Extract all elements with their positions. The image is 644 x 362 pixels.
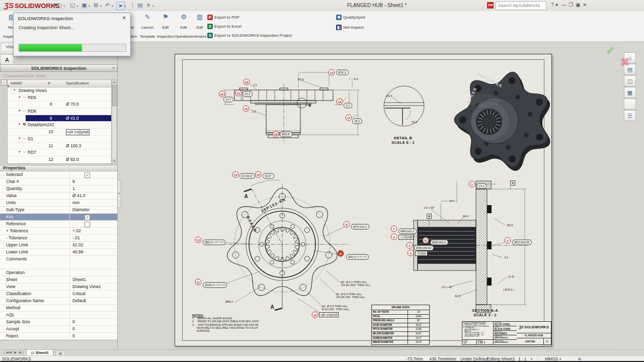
drawing-annotation[interactable]: Ø60.0±0.2	[398, 229, 417, 234]
toolbar-icon[interactable]: ⊞	[92, 2, 100, 9]
tree-scrollbar[interactable]: ▲ ▼	[112, 79, 117, 164]
property-row[interactable]: Sheet Sheet1	[0, 277, 117, 284]
window-control-button[interactable]: ❐	[569, 2, 573, 8]
drawing-annotation[interactable]: Ø41.0+0.02 -0.01	[346, 254, 369, 260]
drawing-annotation[interactable]: 21	[235, 90, 242, 97]
drawing-annotation[interactable]: 5	[423, 237, 429, 244]
drawing-annotation[interactable]: DETAIL B	[394, 136, 412, 140]
scale-caret-icon[interactable]: ▴	[531, 356, 532, 360]
tree-row[interactable]: 8 Ø 70.0	[8, 101, 111, 108]
property-row[interactable]: Accept 0	[0, 326, 117, 333]
drawing-annotation[interactable]: 30.0°	[263, 173, 274, 179]
drawing-annotation[interactable]: 22	[244, 79, 250, 85]
drawing-annotation[interactable]: 19	[243, 106, 250, 112]
drawing-annotation[interactable]: 2.0 x 60°	[424, 206, 435, 209]
tree-row[interactable]: 10 ⌖|Ø.10Ⓜ|A|B	[8, 129, 111, 136]
tree-row[interactable]: ▾ ↔ RD7	[8, 149, 111, 156]
drawing-annotation[interactable]: 75.0°	[412, 121, 418, 124]
drawing-annotation[interactable]: 2.3	[354, 77, 358, 80]
drawing-annotation[interactable]: 26P103-KK	[260, 197, 287, 213]
drawing-annotation[interactable]: 13.2	[476, 184, 487, 189]
expand-caret-icon[interactable]: ▾	[19, 150, 21, 154]
drawing-annotation[interactable]: 11	[195, 279, 202, 286]
sheet-nav-icon[interactable]: ▶	[14, 350, 17, 354]
drawing-annotation[interactable]: 6X Ø 3.5 THRU ALL 8-32 UNC THRU ALL	[322, 305, 349, 311]
drawing-annotation[interactable]: Ø32.8	[280, 132, 292, 137]
drawing-annotation[interactable]: 15	[329, 69, 335, 76]
drawing-annotation[interactable]: (2.3)	[508, 275, 514, 278]
property-checkbox[interactable]	[85, 222, 90, 227]
drawing-annotation[interactable]: A	[510, 180, 515, 186]
drawing-annotation[interactable]: 1.3	[253, 83, 257, 86]
drawing-annotation[interactable]: SECTION A-A	[472, 308, 498, 313]
tree-row[interactable]: ▾ ↔ RD5	[8, 95, 111, 102]
drawing-annotation[interactable]: 6	[391, 234, 397, 240]
drawing-annotation[interactable]: A	[244, 194, 248, 199]
drawing-annotation[interactable]: Ø82.0+0.02 -0.01	[203, 240, 225, 245]
property-checkbox[interactable]: ✓	[85, 215, 90, 220]
drawing-annotation[interactable]: R0.5	[298, 78, 304, 81]
property-row[interactable]: Selected ✓	[0, 171, 117, 178]
property-row[interactable]: Key ✓	[0, 214, 117, 221]
expand-caret-icon[interactable]: ▾	[19, 95, 21, 99]
window-control-button[interactable]: —	[561, 2, 567, 8]
drawing-annotation[interactable]: SCALE 3 : 2	[473, 313, 497, 317]
drawing-annotation[interactable]: Ø70.0±0.2	[351, 224, 369, 230]
dialog-close-icon[interactable]: ✕	[122, 15, 126, 21]
export-button[interactable]: S Export to SOLIDWORKS Inspection Projec…	[207, 31, 292, 39]
drawing-annotation[interactable]: 16	[337, 99, 343, 105]
expand-caret-icon[interactable]: ▾	[19, 122, 21, 126]
property-row[interactable]: Reference	[0, 221, 117, 228]
drawing-annotation[interactable]: Ø10.2	[336, 70, 349, 75]
toolbar-icon[interactable]: ⁞	[129, 2, 136, 9]
drawing-sheet[interactable]: 15Ø10.22.3R0.5221.32014.72113.2191.5169.…	[175, 54, 552, 346]
export-button[interactable]: X Export to Excel	[207, 22, 242, 30]
drawing-annotation[interactable]: 13	[232, 171, 239, 178]
drawing-annotation[interactable]: ↗|.10|A	[415, 251, 428, 256]
drawing-annotation[interactable]: Ø25.0±0.2	[430, 240, 448, 245]
property-checkbox[interactable]: ✓	[85, 172, 90, 178]
drawing-annotation[interactable]: Ø53.0±0.05	[512, 240, 532, 245]
drawing-annotation[interactable]: B	[427, 214, 432, 219]
drawing-annotation[interactable]: 3.3	[504, 256, 508, 259]
tree-row[interactable]: 11 Ø 100.3	[8, 143, 111, 150]
toolbar-icon[interactable]: ↶	[104, 2, 111, 9]
units-caret-icon[interactable]: ▴	[559, 356, 561, 360]
scroll-up-icon[interactable]: ▲	[112, 80, 116, 84]
property-row[interactable]: Reject 0	[0, 333, 117, 340]
drawing-annotation[interactable]: 14.7	[223, 97, 233, 103]
drawing-annotation[interactable]: R3.0	[463, 215, 469, 218]
toolbar-icon[interactable]: ▤	[136, 2, 144, 9]
sheet-nav-icon[interactable]: ◀	[9, 350, 12, 354]
drawing-annotation[interactable]: ⊥|.05|A|B	[398, 235, 414, 240]
drawing-annotation[interactable]: 1	[469, 181, 475, 188]
drawing-annotation[interactable]: 18	[273, 131, 279, 138]
property-row[interactable]: - Tolerance -.01	[0, 235, 117, 242]
drawing-annotation[interactable]: 17	[346, 115, 352, 121]
property-row[interactable]: Sub-Type Diameter	[0, 207, 117, 214]
scroll-down-icon[interactable]: ▼	[112, 159, 116, 163]
property-row[interactable]: Value Ø 41.0	[0, 193, 117, 200]
sheet-nav-icon[interactable]: ▶❘	[19, 350, 25, 354]
drawing-annotation[interactable]: ( Ø10.2 )	[503, 288, 514, 291]
task-pane-button[interactable]	[624, 99, 636, 110]
drawing-annotation[interactable]: A	[270, 304, 274, 310]
property-row[interactable]: View Drawing View1	[0, 284, 117, 291]
connect-button[interactable]: ◧ Net-Inspect	[336, 23, 364, 31]
drawing-annotation[interactable]: 7	[391, 226, 397, 232]
task-pane-button[interactable]: ▦	[624, 87, 636, 98]
drawing-annotation[interactable]: Ø89.0	[225, 300, 233, 303]
connect-button[interactable]: ❖ QualityXpert	[336, 13, 365, 21]
drawing-annotation[interactable]: 13.2	[243, 92, 253, 97]
window-control-button[interactable]: ✕	[583, 2, 587, 8]
drawing-annotation[interactable]: BAKER	[246, 215, 258, 233]
drawing-annotation[interactable]: R0.5	[386, 95, 392, 98]
drawing-annotation[interactable]: 20	[219, 91, 225, 98]
toolbar-icon[interactable]: ▣	[80, 2, 88, 9]
tree-row[interactable]: ▾ ↔ RD6	[8, 108, 111, 115]
property-row[interactable]: Configuration Name Default	[0, 298, 117, 305]
drawing-annotation[interactable]: 14	[255, 171, 262, 178]
drawing-annotation[interactable]: 26P103-KK	[476, 72, 503, 88]
toolbar-icon[interactable]: ✳	[144, 2, 152, 9]
drawing-annotation[interactable]: BAKER	[466, 86, 478, 105]
